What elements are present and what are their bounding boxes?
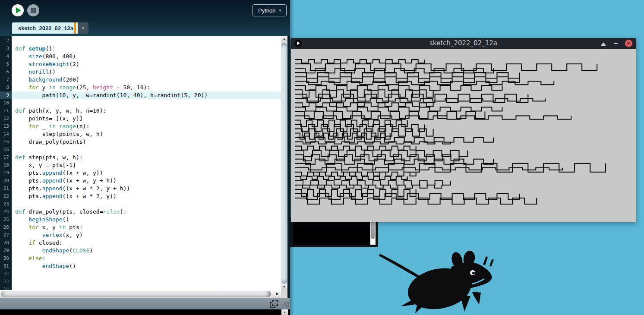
tab-sketch[interactable]: sketch_2022_02_12a	[12, 22, 79, 34]
scrollbar-corner	[281, 290, 287, 298]
code-line: 8 for y in range(25, height - 50, 10):	[0, 84, 281, 91]
code-line: 6 noFill()	[0, 68, 281, 76]
code-line: 28 if closed:	[0, 239, 281, 247]
line-number: 26	[0, 224, 12, 231]
code-line: 2	[0, 37, 281, 45]
code-line: 33	[0, 278, 281, 286]
line-number: 13	[0, 123, 12, 130]
line-number: 24	[0, 208, 12, 216]
code-line: 17def step(pts, w, h):	[0, 154, 281, 161]
scroll-down-icon[interactable]: ▼	[281, 284, 287, 290]
code-line: 9 path(10, y, w=randint(10, 40), h=randi…	[0, 91, 281, 99]
stop-button[interactable]	[27, 4, 39, 16]
shade-button[interactable]	[599, 38, 608, 49]
line-number: 30	[0, 255, 12, 262]
code-line: 23	[0, 200, 281, 208]
ide-status-bar: → ◁	[0, 298, 290, 309]
code-line: 30 else:	[0, 255, 281, 262]
chevron-down-icon: ▾	[82, 26, 84, 30]
scroll-right-icon[interactable]: ▶	[274, 291, 281, 297]
line-number: 6	[0, 68, 12, 76]
line-number: 23	[0, 200, 12, 208]
code-line: 7 background(200)	[0, 76, 281, 84]
collapse-left-icon[interactable]: ◁	[283, 299, 288, 308]
line-number: 28	[0, 239, 12, 247]
code-line: 29 endShape(CLOSE)	[0, 247, 281, 255]
console-panel: ▲	[0, 309, 290, 315]
copy-icon[interactable]: →	[269, 299, 278, 308]
code-line: 25 beginShape()	[0, 216, 281, 224]
run-button[interactable]	[12, 4, 24, 16]
minimize-button[interactable]	[611, 38, 620, 49]
sketch-canvas-area	[290, 49, 636, 222]
line-number: 2	[0, 37, 12, 45]
sketch-window-titlebar[interactable]: sketch_2022_02_12a ✕	[290, 38, 636, 49]
tab-accent-bar	[74, 22, 76, 34]
desktop: sketch_2022_02_12a ✕	[290, 0, 644, 315]
line-number: 33	[0, 278, 12, 286]
code-editor[interactable]: 23def setup():4 size(800, 400)5 strokeWe…	[0, 36, 287, 290]
code-line: 18 x, y = pts[-1]	[0, 161, 281, 169]
code-line: 21 pts.append((x + w * 2, y + h))	[0, 185, 281, 192]
editor-horizontal-scrollbar[interactable]: ▶	[0, 290, 287, 298]
line-number: 19	[0, 169, 12, 177]
vertical-scroll-thumb[interactable]	[281, 43, 287, 284]
line-number: 17	[0, 154, 12, 161]
line-number: 31	[0, 262, 12, 270]
line-number: 20	[0, 177, 12, 185]
scroll-up-icon[interactable]: ▲	[281, 36, 287, 42]
play-icon	[16, 7, 21, 13]
line-number: 5	[0, 60, 12, 68]
code-line: 32	[0, 270, 281, 278]
line-number: 34	[0, 286, 12, 290]
code-line: 27 vertex(x, y)	[0, 231, 281, 239]
ide-toolbar: Python ▾ sketch_2022_02_12a ▾	[0, 0, 290, 36]
code-line: 11def path(x, y, w, h, n=10):	[0, 107, 281, 115]
code-line: 22 pts.append((x + w * 2, y))	[0, 192, 281, 200]
tab-menu-button[interactable]: ▾	[78, 22, 88, 34]
sketch-output-window: sketch_2022_02_12a ✕	[290, 38, 636, 222]
chevron-down-icon: ▾	[279, 8, 281, 13]
stop-icon	[31, 8, 36, 13]
line-number: 15	[0, 138, 12, 146]
line-number: 14	[0, 130, 12, 138]
code-line: 12 points= [(x, y)]	[0, 115, 281, 123]
line-number: 8	[0, 84, 12, 91]
screen: Python ▾ sketch_2022_02_12a ▾ 23def setu…	[0, 0, 644, 315]
code-line: 20 pts.append((x + w, y + h))	[0, 177, 281, 185]
line-number: 9	[0, 91, 12, 99]
code-line: 3def setup():	[0, 45, 281, 53]
mode-selector-button[interactable]: Python ▾	[253, 4, 287, 16]
code-line: 10	[0, 99, 281, 107]
line-number: 22	[0, 192, 12, 200]
line-number: 3	[0, 45, 12, 53]
line-number: 27	[0, 231, 12, 239]
sketch-window-title: sketch_2022_02_12a	[290, 38, 636, 49]
mode-label: Python	[258, 7, 275, 14]
code-line: 14 step(points, w, h)	[0, 130, 281, 138]
line-number: 21	[0, 185, 12, 192]
close-icon: ✕	[625, 40, 632, 47]
line-number: 32	[0, 270, 12, 278]
close-button[interactable]: ✕	[624, 38, 633, 49]
code-line: 24def draw_poly(pts, closed=False):	[0, 208, 281, 216]
horizontal-scroll-thumb[interactable]	[1, 291, 271, 297]
tab-label: sketch_2022_02_12a	[18, 25, 73, 32]
code-line: 34	[0, 286, 281, 290]
sketch-canvas	[291, 49, 636, 222]
eject-icon-bar	[601, 45, 606, 46]
line-number: 16	[0, 146, 12, 154]
code-line: 26 for x, y in pts:	[0, 224, 281, 231]
code-lines: 23def setup():4 size(800, 400)5 strokeWe…	[0, 37, 281, 290]
xfce-mouse-logo	[376, 249, 505, 313]
code-line: 5 strokeWeight(2)	[0, 60, 281, 68]
line-number: 25	[0, 216, 12, 224]
code-line: 16	[0, 146, 281, 154]
editor-vertical-scrollbar[interactable]: ▲ ▼	[281, 36, 287, 290]
code-line: 15 draw_poly(points)	[0, 138, 281, 146]
code-line: 4 size(800, 400)	[0, 53, 281, 60]
line-number: 11	[0, 107, 12, 115]
processing-ide-window: Python ▾ sketch_2022_02_12a ▾ 23def setu…	[0, 0, 290, 315]
line-number: 29	[0, 247, 12, 255]
console-scroll-up-icon[interactable]: ▲	[281, 309, 288, 315]
